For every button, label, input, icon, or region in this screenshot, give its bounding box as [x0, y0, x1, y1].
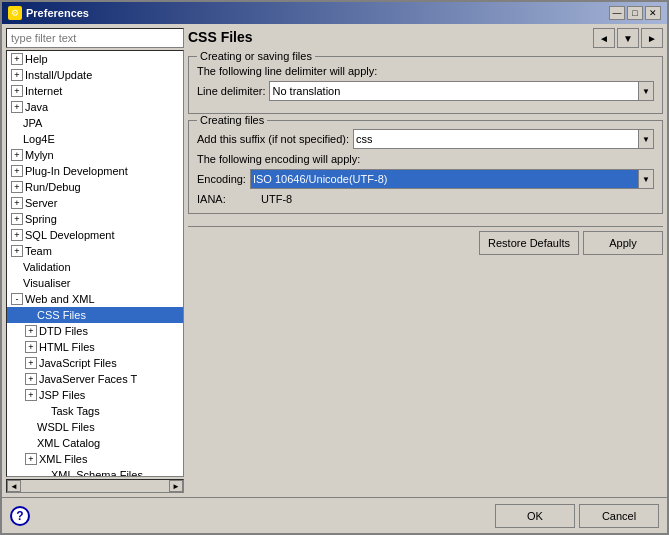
tree-item-server[interactable]: + Server: [7, 195, 183, 211]
tree-item-install-update[interactable]: + Install/Update: [7, 67, 183, 83]
tree-item-java[interactable]: + Java: [7, 99, 183, 115]
tree-item-xml-catalog[interactable]: XML Catalog: [7, 435, 183, 451]
title-bar: ⚙ Preferences — □ ✕: [2, 2, 667, 24]
nav-bar: ◄ ▼ ►: [593, 28, 663, 48]
restore-defaults-button[interactable]: Restore Defaults: [479, 231, 579, 255]
expander-html-files[interactable]: +: [25, 341, 37, 353]
back-icon: ◄: [599, 33, 609, 44]
dialog-bottom-buttons: OK Cancel: [495, 504, 659, 528]
line-delimiter-desc: The following line delimiter will apply:: [197, 65, 377, 77]
scroll-left-btn[interactable]: ◄: [7, 480, 21, 492]
tree-item-javaserver-faces[interactable]: + JavaServer Faces T: [7, 371, 183, 387]
expander-spring[interactable]: +: [11, 213, 23, 225]
tree-item-visualiser[interactable]: Visualiser: [7, 275, 183, 291]
creating-saving-group-title: Creating or saving files: [197, 50, 315, 62]
tree-item-dtd-files[interactable]: + DTD Files: [7, 323, 183, 339]
tree-item-team[interactable]: + Team: [7, 243, 183, 259]
encoding-select-wrapper: ISO 10646/Unicode(UTF-8) UTF-8 UTF-16 IS…: [250, 169, 654, 189]
expander-run-debug[interactable]: +: [11, 181, 23, 193]
tree-item-internet[interactable]: + Internet: [7, 83, 183, 99]
nav-forward-button[interactable]: ►: [641, 28, 663, 48]
tree-item-jsp-files[interactable]: + JSP Files: [7, 387, 183, 403]
tree-item-jpa[interactable]: JPA: [7, 115, 183, 131]
tree-item-task-tags[interactable]: Task Tags: [7, 403, 183, 419]
tree-item-sql-dev[interactable]: + SQL Development: [7, 227, 183, 243]
expander-xml-files[interactable]: +: [25, 453, 37, 465]
help-button[interactable]: ?: [10, 506, 30, 526]
window-icon: ⚙: [8, 6, 22, 20]
tree-item-spring[interactable]: + Spring: [7, 211, 183, 227]
encoding-label: Encoding:: [197, 173, 246, 185]
dialog-bottom: ? OK Cancel: [2, 497, 667, 533]
creating-files-group-title: Creating files: [197, 114, 267, 126]
expander-dtd-files[interactable]: +: [25, 325, 37, 337]
encoding-row: Encoding: ISO 10646/Unicode(UTF-8) UTF-8…: [197, 169, 654, 189]
expander-mylyn[interactable]: +: [11, 149, 23, 161]
expander-team[interactable]: +: [11, 245, 23, 257]
apply-button[interactable]: Apply: [583, 231, 663, 255]
tree-item-validation[interactable]: Validation: [7, 259, 183, 275]
line-delimiter-desc-row: The following line delimiter will apply:: [197, 65, 654, 77]
page-title: CSS Files: [188, 29, 253, 45]
iana-row: IANA: UTF-8: [197, 193, 654, 205]
line-delimiter-row: Line delimiter: No translation Unix Wind…: [197, 81, 654, 101]
expander-install-update[interactable]: +: [11, 69, 23, 81]
right-panel: CSS Files ◄ ▼ ► Creating or saving files: [188, 28, 663, 493]
expander-web-xml[interactable]: -: [11, 293, 23, 305]
suffix-row: Add this suffix (if not specified): css …: [197, 129, 654, 149]
nav-back-button[interactable]: ◄: [593, 28, 615, 48]
expander-java[interactable]: +: [11, 101, 23, 113]
expander-internet[interactable]: +: [11, 85, 23, 97]
ok-button[interactable]: OK: [495, 504, 575, 528]
title-buttons: — □ ✕: [609, 6, 661, 20]
tree-item-log4e[interactable]: Log4E: [7, 131, 183, 147]
iana-label: IANA:: [197, 193, 257, 205]
expander-server[interactable]: +: [11, 197, 23, 209]
line-delimiter-select[interactable]: No translation Unix Windows Mac: [269, 81, 654, 101]
line-delimiter-label: Line delimiter:: [197, 85, 265, 97]
horizontal-scrollbar[interactable]: ◄ ►: [6, 479, 184, 493]
cancel-button[interactable]: Cancel: [579, 504, 659, 528]
filter-input[interactable]: [6, 28, 184, 48]
suffix-select-wrapper: css htm html ▼: [353, 129, 654, 149]
suffix-label: Add this suffix (if not specified):: [197, 133, 349, 145]
creating-saving-group: Creating or saving files The following l…: [188, 56, 663, 114]
tree-item-xml-files[interactable]: + XML Files: [7, 451, 183, 467]
dropdown-icon: ▼: [623, 33, 633, 44]
preferences-window: ⚙ Preferences — □ ✕ + Help +: [0, 0, 669, 535]
creating-files-group: Creating files Add this suffix (if not s…: [188, 120, 663, 214]
bottom-buttons: Restore Defaults Apply: [188, 226, 663, 255]
expander-plugin-dev[interactable]: +: [11, 165, 23, 177]
tree-item-css-files[interactable]: CSS Files: [7, 307, 183, 323]
left-panel: + Help + Install/Update + Internet + Jav…: [6, 28, 184, 493]
scroll-right-btn[interactable]: ►: [169, 480, 183, 492]
minimize-button[interactable]: —: [609, 6, 625, 20]
suffix-select[interactable]: css htm html: [353, 129, 654, 149]
expander-sql-dev[interactable]: +: [11, 229, 23, 241]
encoding-desc: The following encoding will apply:: [197, 153, 360, 165]
tree-item-help[interactable]: + Help: [7, 51, 183, 67]
tree-item-wsdl-files[interactable]: WSDL Files: [7, 419, 183, 435]
expander-javascript-files[interactable]: +: [25, 357, 37, 369]
tree-container: + Help + Install/Update + Internet + Jav…: [6, 50, 184, 477]
expander-javaserver-faces[interactable]: +: [25, 373, 37, 385]
window-title: Preferences: [26, 7, 89, 19]
line-delimiter-select-wrapper: No translation Unix Windows Mac ▼: [269, 81, 654, 101]
close-button[interactable]: ✕: [645, 6, 661, 20]
maximize-button[interactable]: □: [627, 6, 643, 20]
encoding-select[interactable]: ISO 10646/Unicode(UTF-8) UTF-8 UTF-16 IS…: [250, 169, 654, 189]
forward-icon: ►: [647, 33, 657, 44]
tree-item-xml-schema-files[interactable]: XML Schema Files: [7, 467, 183, 477]
expander-help[interactable]: +: [11, 53, 23, 65]
title-bar-left: ⚙ Preferences: [8, 6, 89, 20]
tree-item-plugin-dev[interactable]: + Plug-In Development: [7, 163, 183, 179]
encoding-desc-row: The following encoding will apply:: [197, 153, 654, 165]
nav-dropdown-button[interactable]: ▼: [617, 28, 639, 48]
tree-item-javascript-files[interactable]: + JavaScript Files: [7, 355, 183, 371]
tree-item-run-debug[interactable]: + Run/Debug: [7, 179, 183, 195]
tree-item-mylyn[interactable]: + Mylyn: [7, 147, 183, 163]
tree-item-html-files[interactable]: + HTML Files: [7, 339, 183, 355]
tree-item-web-xml[interactable]: - Web and XML: [7, 291, 183, 307]
iana-value: UTF-8: [261, 193, 292, 205]
expander-jsp-files[interactable]: +: [25, 389, 37, 401]
